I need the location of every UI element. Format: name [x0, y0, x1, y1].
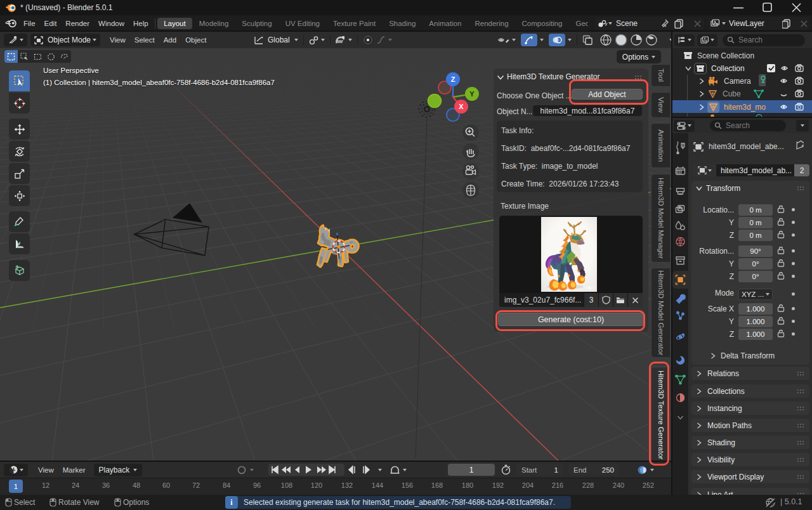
svg-text:Z: Z [451, 75, 455, 83]
svg-text:X: X [459, 103, 464, 110]
svg-text:Y: Y [469, 90, 475, 98]
